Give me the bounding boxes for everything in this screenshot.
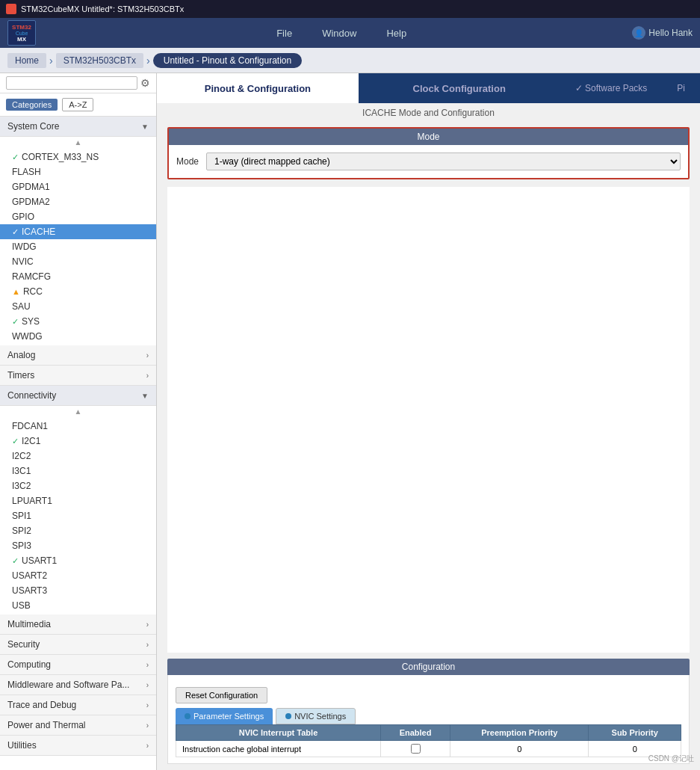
menu-file[interactable]: File bbox=[276, 28, 292, 39]
section-power-thermal[interactable]: Power and Thermal › bbox=[0, 715, 156, 736]
sidebar-item-spi1[interactable]: SPI1 bbox=[0, 508, 156, 523]
sidebar-item-usb[interactable]: USB bbox=[0, 598, 156, 613]
scroll-up-indicator-2: ▲ bbox=[0, 406, 156, 417]
tab-az[interactable]: A->Z bbox=[62, 98, 93, 111]
logo-cube: Cube bbox=[16, 31, 28, 36]
config-body: Reset Configuration Parameter Settings N… bbox=[167, 675, 690, 764]
menu-items: File Window Help bbox=[51, 28, 632, 39]
sidebar-item-cortex[interactable]: ✓ CORTEX_M33_NS bbox=[0, 150, 156, 164]
chevron-right-icon: › bbox=[146, 351, 149, 360]
section-computing[interactable]: Computing › bbox=[0, 655, 156, 675]
config-tabs: Pinout & Configuration Clock Configurati… bbox=[157, 73, 700, 103]
sidebar-item-i3c2[interactable]: I3C2 bbox=[0, 478, 156, 493]
tab-pinout[interactable]: Pinout & Configuration bbox=[157, 73, 359, 103]
tab-categories[interactable]: Categories bbox=[6, 99, 58, 111]
logo: STM32 Cube MX bbox=[7, 20, 36, 46]
check-icon: ✓ bbox=[12, 317, 19, 327]
sidebar-item-flash[interactable]: FLASH bbox=[0, 164, 156, 179]
sidebar-item-i3c1[interactable]: I3C1 bbox=[0, 463, 156, 478]
section-security[interactable]: Security › bbox=[0, 635, 156, 655]
title-bar: STM32CubeMX Untitled*: STM32H503CBTx bbox=[0, 0, 700, 18]
menu-help[interactable]: Help bbox=[386, 28, 406, 39]
check-icon: ✓ bbox=[12, 227, 19, 237]
section-trace-debug[interactable]: Trace and Debug › bbox=[0, 695, 156, 715]
tab-software-packs[interactable]: ✓ Software Packs bbox=[560, 73, 663, 103]
sidebar-item-i2c1[interactable]: ✓ I2C1 bbox=[0, 434, 156, 449]
sidebar-scroll: System Core ▼ ▲ ✓ CORTEX_M33_NS FLASH GP… bbox=[0, 117, 156, 770]
enabled-checkbox[interactable] bbox=[411, 744, 421, 754]
tab-dot bbox=[185, 713, 191, 719]
breadcrumb-arrow-2: › bbox=[146, 55, 150, 67]
gear-icon[interactable]: ⚙ bbox=[140, 77, 150, 89]
menu-window[interactable]: Window bbox=[322, 28, 356, 39]
param-tabs: Parameter Settings NVIC Settings bbox=[176, 708, 681, 724]
section-system-core[interactable]: System Core ▼ bbox=[0, 117, 156, 137]
logo-mx: MX bbox=[17, 36, 26, 43]
sidebar-item-iwdg[interactable]: IWDG bbox=[0, 239, 156, 254]
breadcrumb-device[interactable]: STM32H503CBTx bbox=[56, 53, 143, 68]
tab-pi[interactable]: Pi bbox=[662, 73, 700, 103]
icache-title: ICACHE Mode and Configuration bbox=[157, 103, 700, 120]
config-section-header: Configuration bbox=[167, 659, 690, 675]
sidebar-item-usart1[interactable]: ✓ USART1 bbox=[0, 553, 156, 568]
section-utilities[interactable]: Utilities › bbox=[0, 736, 156, 756]
sidebar-item-rcc[interactable]: ▲ RCC bbox=[0, 284, 156, 299]
sidebar-item-gpdma2[interactable]: GPDMA2 bbox=[0, 194, 156, 209]
app-icon bbox=[6, 4, 16, 14]
sidebar-item-nvic[interactable]: NVIC bbox=[0, 254, 156, 269]
search-row: ⚙ bbox=[0, 73, 156, 93]
mode-select[interactable]: 1-way (direct mapped cache) Disable 2-wa… bbox=[206, 153, 681, 170]
table-row: Instruction cache global interrupt 0 0 bbox=[176, 741, 681, 757]
mode-panel-header: Mode bbox=[169, 129, 688, 145]
item-label: SPI1 bbox=[12, 511, 31, 521]
section-analog[interactable]: Analog › bbox=[0, 345, 156, 366]
sidebar-item-fdcan1[interactable]: FDCAN1 bbox=[0, 419, 156, 434]
tab-clock[interactable]: Clock Configuration bbox=[359, 73, 560, 103]
content-area: Pinout & Configuration Clock Configurati… bbox=[157, 73, 700, 770]
sidebar: ⚙ Categories A->Z System Core ▼ ▲ ✓ CORT… bbox=[0, 73, 157, 770]
sidebar-item-usart2[interactable]: USART2 bbox=[0, 568, 156, 583]
sidebar-item-icache[interactable]: ✓ ICACHE bbox=[0, 224, 156, 239]
menu-bar: STM32 Cube MX File Window Help 👤 Hello H… bbox=[0, 18, 700, 48]
reset-config-button[interactable]: Reset Configuration bbox=[176, 687, 267, 703]
breadcrumb-active[interactable]: Untitled - Pinout & Configuration bbox=[153, 53, 302, 68]
sidebar-item-lpuart1[interactable]: LPUART1 bbox=[0, 493, 156, 508]
mode-panel: Mode Mode 1-way (direct mapped cache) Di… bbox=[167, 127, 690, 179]
item-label: CORTEX_M33_NS bbox=[22, 152, 99, 162]
search-input[interactable] bbox=[6, 76, 137, 90]
item-label: GPDMA2 bbox=[12, 197, 50, 207]
analog-label: Analog bbox=[7, 350, 35, 360]
tab-param-settings[interactable]: Parameter Settings bbox=[176, 708, 273, 724]
system-core-items: ✓ CORTEX_M33_NS FLASH GPDMA1 GPDMA2 GPIO… bbox=[0, 148, 156, 345]
watermark: CSDN @记吐 bbox=[648, 754, 694, 764]
sidebar-item-gpio[interactable]: GPIO bbox=[0, 209, 156, 224]
middleware-label: Middleware and Software Pa... bbox=[7, 680, 129, 690]
sidebar-item-i2c2[interactable]: I2C2 bbox=[0, 449, 156, 463]
section-timers[interactable]: Timers › bbox=[0, 366, 156, 386]
item-label: SAU bbox=[12, 301, 31, 312]
section-middleware[interactable]: Middleware and Software Pa... › bbox=[0, 675, 156, 695]
chevron-right-icon: › bbox=[146, 641, 149, 649]
system-core-label: System Core bbox=[7, 121, 59, 132]
chevron-down-icon: ▼ bbox=[141, 392, 149, 400]
section-multimedia[interactable]: Multimedia › bbox=[0, 615, 156, 635]
item-label: WWDG bbox=[12, 331, 43, 342]
chevron-right-icon: › bbox=[146, 701, 149, 709]
power-thermal-label: Power and Thermal bbox=[7, 720, 86, 730]
table-header-preemption: Preemption Priority bbox=[450, 725, 589, 741]
sidebar-item-ramcfg[interactable]: RAMCFG bbox=[0, 269, 156, 284]
sidebar-item-sys[interactable]: ✓ SYS bbox=[0, 314, 156, 329]
item-label: USART3 bbox=[12, 585, 47, 596]
table-header-enabled: Enabled bbox=[380, 725, 450, 741]
section-connectivity[interactable]: Connectivity ▼ bbox=[0, 386, 156, 406]
sidebar-item-usart3[interactable]: USART3 bbox=[0, 583, 156, 598]
item-label: IWDG bbox=[12, 241, 37, 252]
sidebar-item-spi3[interactable]: SPI3 bbox=[0, 538, 156, 553]
sidebar-item-wwdg[interactable]: WWDG bbox=[0, 329, 156, 344]
sidebar-item-spi2[interactable]: SPI2 bbox=[0, 523, 156, 538]
multimedia-label: Multimedia bbox=[7, 619, 51, 629]
tab-nvic-settings[interactable]: NVIC Settings bbox=[276, 708, 356, 724]
sidebar-item-sau[interactable]: SAU bbox=[0, 299, 156, 314]
sidebar-item-gpdma1[interactable]: GPDMA1 bbox=[0, 179, 156, 194]
breadcrumb-home[interactable]: Home bbox=[7, 53, 46, 68]
